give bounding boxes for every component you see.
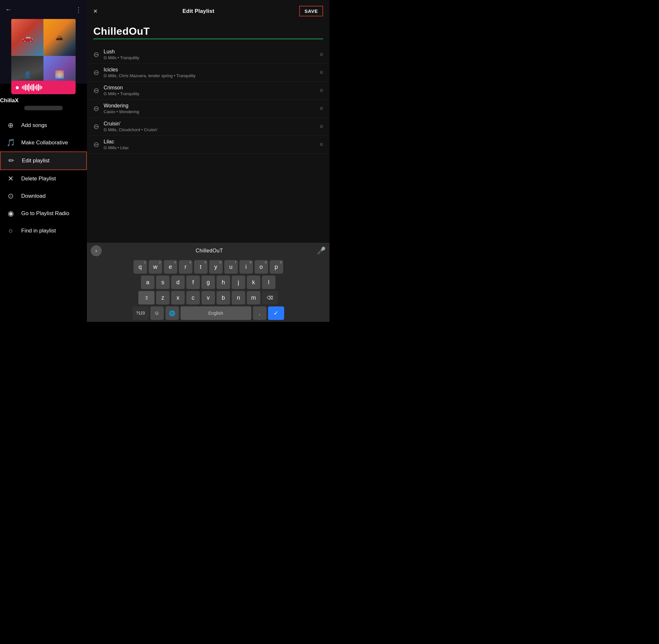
- key-l[interactable]: l: [262, 276, 276, 289]
- track-info-cruisin: Cruisin' G Mills, Cloudchord • Cruisin': [104, 121, 317, 132]
- track-info-wondering: Wondering Casiio • Wondering: [104, 103, 317, 114]
- track-name-cruisin: Cruisin': [104, 121, 317, 127]
- key-x[interactable]: x: [171, 291, 185, 304]
- key-123[interactable]: ?123: [133, 306, 149, 320]
- key-c[interactable]: c: [186, 291, 200, 304]
- track-meta-lilac: G Mills • Lilac: [104, 145, 317, 150]
- right-panel: × Edit Playlist SAVE ⊖ Lush G Mills • Tr…: [87, 0, 330, 322]
- key-s[interactable]: s: [156, 276, 170, 289]
- track-name-lilac: Lilac: [104, 139, 317, 145]
- key-d[interactable]: d: [171, 276, 185, 289]
- key-v[interactable]: v: [201, 291, 215, 304]
- key-g[interactable]: g: [201, 276, 215, 289]
- track-list: ⊖ Lush G Mills • Tranquility ≡ ⊖ Icicles…: [87, 46, 330, 243]
- edit-icon: ✏: [7, 157, 16, 165]
- menu-label-radio: Go to Playlist Radio: [21, 210, 69, 217]
- menu-item-radio[interactable]: ◉ Go to Playlist Radio: [0, 205, 87, 222]
- track-name-crimson: Crimson: [104, 85, 317, 91]
- key-f[interactable]: f: [186, 276, 200, 289]
- key-j[interactable]: j: [232, 276, 245, 289]
- track-item-cruisin: ⊖ Cruisin' G Mills, Cloudchord • Cruisin…: [88, 118, 328, 136]
- album-tile-2: ⛰: [43, 19, 75, 56]
- drag-handle-cruisin[interactable]: ≡: [320, 123, 323, 130]
- close-button[interactable]: ×: [93, 7, 97, 16]
- shift-key[interactable]: ⇧: [138, 291, 154, 304]
- playlist-name-input-container: [87, 20, 330, 46]
- key-e[interactable]: 3e: [164, 260, 177, 274]
- remove-crimson-button[interactable]: ⊖: [93, 87, 99, 94]
- menu-item-collaborative[interactable]: 🎵 Make Collaborative: [0, 134, 87, 152]
- key-r[interactable]: 4r: [179, 260, 193, 274]
- key-m[interactable]: m: [247, 291, 260, 304]
- key-w[interactable]: 2w: [149, 260, 162, 274]
- track-meta-icicles: G Mills, Chris Mazuera, tender spring • …: [104, 73, 317, 78]
- left-header: ← ⋮: [0, 0, 87, 16]
- key-period[interactable]: .: [253, 306, 266, 320]
- remove-icicles-button[interactable]: ⊖: [93, 69, 99, 76]
- figure-icon: 👤: [23, 71, 31, 78]
- menu-label-find: Find in playlist: [21, 228, 56, 234]
- menu-item-download[interactable]: ⊙ Download: [0, 187, 87, 205]
- drag-handle-lush[interactable]: ≡: [320, 51, 323, 58]
- key-k[interactable]: k: [247, 276, 260, 289]
- menu-item-edit-playlist[interactable]: ✏ Edit playlist: [0, 152, 87, 170]
- track-item-lilac: ⊖ Lilac G Mills • Lilac ≡: [88, 136, 328, 154]
- car-icon: 🚗: [22, 32, 33, 43]
- edit-playlist-title: Edit Playlist: [182, 8, 214, 15]
- drag-handle-crimson[interactable]: ≡: [320, 87, 323, 94]
- playlist-name-input[interactable]: [93, 25, 323, 39]
- more-options-button[interactable]: ⋮: [75, 6, 82, 14]
- keyboard-row-4: ?123 ☺ 🌐 English . ✓: [88, 306, 328, 320]
- key-o[interactable]: 9o: [255, 260, 268, 274]
- drag-handle-icicles[interactable]: ≡: [320, 69, 323, 76]
- track-name-icicles: Icicles: [104, 67, 317, 73]
- key-t[interactable]: 5t: [194, 260, 207, 274]
- keyboard-input-display: ChilledOuT: [104, 248, 314, 254]
- key-a[interactable]: a: [141, 276, 154, 289]
- delete-icon: ✕: [6, 175, 15, 183]
- menu-item-add-songs[interactable]: ⊕ Add songs: [0, 117, 87, 134]
- drag-handle-wondering[interactable]: ≡: [320, 105, 323, 112]
- keyboard-row-2: a s d f g h j k l: [88, 276, 328, 289]
- confirm-key[interactable]: ✓: [268, 306, 284, 320]
- remove-lilac-button[interactable]: ⊖: [93, 141, 99, 148]
- key-q[interactable]: 1q: [134, 260, 147, 274]
- track-info-lush: Lush G Mills • Tranquility: [104, 49, 317, 60]
- key-emoji[interactable]: ☺: [150, 306, 164, 320]
- spotify-bar: ●: [11, 81, 75, 94]
- menu-item-find[interactable]: ○ Find in playlist: [0, 222, 87, 239]
- menu-label-collaborative: Make Collaborative: [21, 140, 68, 146]
- key-globe[interactable]: 🌐: [166, 306, 179, 320]
- album-tile-1: 🚗: [11, 19, 43, 56]
- menu-item-delete-playlist[interactable]: ✕ Delete Playlist: [0, 170, 87, 187]
- keyboard-forward-button[interactable]: ›: [91, 245, 102, 256]
- back-button[interactable]: ←: [5, 6, 12, 13]
- key-u[interactable]: 7u: [224, 260, 238, 274]
- radio-icon: ◉: [6, 209, 15, 218]
- track-item-wondering: ⊖ Wondering Casiio • Wondering ≡: [88, 100, 328, 118]
- key-n[interactable]: n: [232, 291, 245, 304]
- remove-lush-button[interactable]: ⊖: [93, 51, 99, 58]
- track-name-wondering: Wondering: [104, 103, 317, 109]
- remove-cruisin-button[interactable]: ⊖: [93, 123, 99, 130]
- key-p[interactable]: 0p: [270, 260, 283, 274]
- space-key[interactable]: English: [180, 306, 251, 320]
- track-item-icicles: ⊖ Icicles G Mills, Chris Mazuera, tender…: [88, 64, 328, 82]
- mountain-icon: ⛰: [56, 33, 63, 42]
- key-i[interactable]: 8i: [239, 260, 253, 274]
- playlist-subtitle-blur: [24, 106, 63, 110]
- track-meta-cruisin: G Mills, Cloudchord • Cruisin': [104, 127, 317, 132]
- key-z[interactable]: z: [156, 291, 170, 304]
- delete-key[interactable]: ⌫: [262, 291, 278, 304]
- microphone-icon[interactable]: 🎤: [317, 247, 326, 255]
- track-item-lush: ⊖ Lush G Mills • Tranquility ≡: [88, 46, 328, 64]
- menu-list: ⊕ Add songs 🎵 Make Collaborative ✏ Edit …: [0, 117, 87, 239]
- spotify-logo-icon: ●: [15, 83, 19, 92]
- key-y[interactable]: 6y: [209, 260, 223, 274]
- key-b[interactable]: b: [217, 291, 230, 304]
- remove-wondering-button[interactable]: ⊖: [93, 105, 99, 112]
- drag-handle-lilac[interactable]: ≡: [320, 141, 323, 148]
- track-info-crimson: Crimson G Mills • Tranquility: [104, 85, 317, 96]
- save-button[interactable]: SAVE: [299, 6, 323, 16]
- key-h[interactable]: h: [217, 276, 230, 289]
